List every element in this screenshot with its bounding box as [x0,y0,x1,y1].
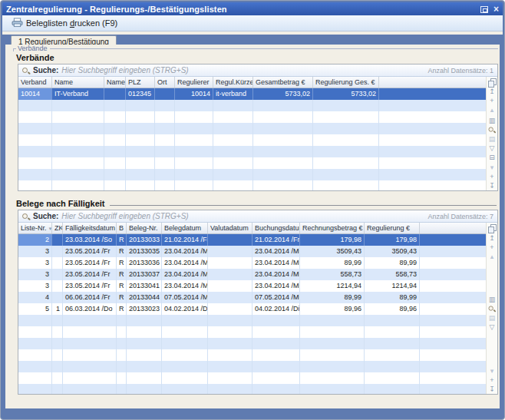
table-cell [127,326,162,338]
table-cell: 89,99 [365,292,420,303]
search-icon[interactable] [487,125,497,134]
table-cell: 2 [18,234,52,246]
verbaende-grid-toolbar: ↥+▴▥▤▽⊟▾+↧ [486,77,497,190]
filter-icon[interactable]: ▽ [487,322,497,332]
add-row-icon[interactable]: + [487,172,497,181]
save-icon[interactable]: ▤ [487,134,497,144]
restore-icon [480,6,488,13]
column-header[interactable]: PLZ [126,77,155,88]
table-cell: 5733,02 [313,88,379,100]
table-row-empty[interactable] [18,338,486,349]
column-header[interactable]: Regul.Kürzel [213,77,253,88]
add-row-icon[interactable]: + [487,96,497,105]
table-cell: 23.04.2014 /Mi [162,269,208,280]
table-row-empty[interactable] [18,326,486,338]
column-header[interactable]: ZK [52,223,63,233]
table-row-empty[interactable] [18,146,486,157]
table-cell-filler [420,234,486,246]
table-row-empty[interactable] [18,100,486,111]
go-bottom-icon[interactable]: ↧ [487,181,497,190]
groupbox-rule [50,48,498,49]
title-bar[interactable]: Zentralregulierung - Regulierungs-/Bestä… [2,2,503,15]
table-cell-filler [379,134,486,146]
table-cell [126,111,155,123]
column-header[interactable]: Gesamtbetrag € [253,77,313,88]
scroll-up-icon[interactable]: ▴ [487,252,497,261]
belege-search-bar[interactable]: Suche: Hier Suchbegriff eingeben (STRG+S… [18,210,497,223]
close-window-button[interactable]: × [493,5,499,13]
table-row[interactable]: 3 23.05.2014 /FrR2013303623.04.2014 /Mi … [18,257,486,269]
column-header[interactable]: Rechnungsbetrag € [300,223,365,233]
table-row-empty[interactable] [18,384,486,394]
scroll-down-icon[interactable]: ▾ [487,163,497,172]
table-cell [104,134,126,146]
column-header[interactable]: Regulierer [175,77,213,88]
table-cell: R [117,303,127,315]
table-cell [18,157,52,169]
table-row[interactable]: 3 23.05.2014 /FrR2013303723.04.2014 /Mi … [18,269,486,280]
table-row-empty[interactable] [18,134,486,146]
filter-icon[interactable]: ▽ [487,144,497,153]
restore-window-button[interactable] [480,2,488,16]
column-header[interactable]: B [117,223,127,233]
table-cell: R [117,257,127,269]
table-row-empty[interactable] [18,123,486,134]
column-header[interactable]: Liste-Nr.▼ [18,223,52,233]
column-header[interactable]: Belegdatum [162,223,208,233]
table-cell: 06.03.2014 /Do [63,303,117,315]
table-cell [175,123,213,134]
table-row[interactable]: 5106.03.2014 /DoR2013302304.02.2014 /Di … [18,303,486,315]
table-cell [162,326,208,338]
search-icon[interactable] [487,304,497,313]
print-lists-button[interactable]: Beleglisten drucken (F9) [8,16,121,31]
table-cell: R [117,292,127,303]
table-cell [18,338,52,349]
table-row-empty[interactable] [18,315,486,326]
column-header[interactable]: Buchungsdatum [252,223,300,233]
table-cell [52,234,63,246]
table-cell [127,384,162,394]
table-row-empty[interactable] [18,157,486,169]
go-top-icon[interactable]: ↥ [487,233,497,243]
column-header[interactable]: Beleg-Nr. [127,223,162,233]
save-icon[interactable]: ▤ [487,313,497,322]
table-cell [63,326,117,338]
table-cell [127,338,162,349]
table-row[interactable]: 3 23.05.2014 /FrR2013303523.04.2014 /Mi … [18,246,486,257]
table-cell [300,338,365,349]
verbaende-search-bar[interactable]: Suche: Hier Suchbegriff eingeben (STRG+S… [18,64,497,77]
copy-icon[interactable] [487,223,497,233]
column-header[interactable]: Regulierung € [365,223,420,233]
column-header[interactable]: Regulierung Ges. € [313,77,379,88]
table-row-empty[interactable] [18,372,486,384]
print-icon[interactable]: ⊟ [487,153,497,162]
table-row-empty[interactable] [18,349,486,361]
add-row-icon[interactable]: + [487,243,497,252]
scroll-down-icon[interactable]: ▾ [487,366,497,375]
table-row-empty[interactable] [18,180,486,190]
table-cell [18,361,52,372]
scroll-up-icon[interactable]: ▴ [487,105,497,114]
copy-icon[interactable] [487,78,497,87]
column-header[interactable]: Name [52,77,104,88]
table-row-empty[interactable] [18,111,486,123]
table-row[interactable]: 4 06.06.2014 /FrR2013304407.05.2014 /Mi … [18,292,486,303]
belege-table: Liste-Nr.▼ZKFälligkeitsdatumBBeleg-Nr.Be… [18,223,486,394]
go-bottom-icon[interactable]: ↧ [487,385,497,394]
table-row[interactable]: 2 23.03.2014 /SoR2013303321.02.2014 /Fr … [18,234,486,246]
column-header[interactable]: Fälligkeitsdatum [63,223,117,233]
add-row-icon[interactable]: + [487,375,497,385]
columns-icon[interactable]: ▥ [487,295,497,304]
columns-icon[interactable]: ▥ [487,116,497,125]
column-header[interactable]: Name 2 [104,77,126,88]
column-header[interactable]: Ort [155,77,175,88]
table-row-empty[interactable] [18,361,486,372]
column-header[interactable]: Verband [18,77,52,88]
table-row[interactable]: 3 23.05.2014 /FrR2013304123.04.2014 /Mi … [18,280,486,292]
go-top-icon[interactable]: ↥ [487,87,497,96]
table-cell [52,269,63,280]
column-header[interactable]: Valutadatum [208,223,252,233]
table-cell [162,338,208,349]
table-row[interactable]: 10014IT-Verband 012345 10014it-verband57… [18,88,486,100]
table-row-empty[interactable] [18,169,486,180]
